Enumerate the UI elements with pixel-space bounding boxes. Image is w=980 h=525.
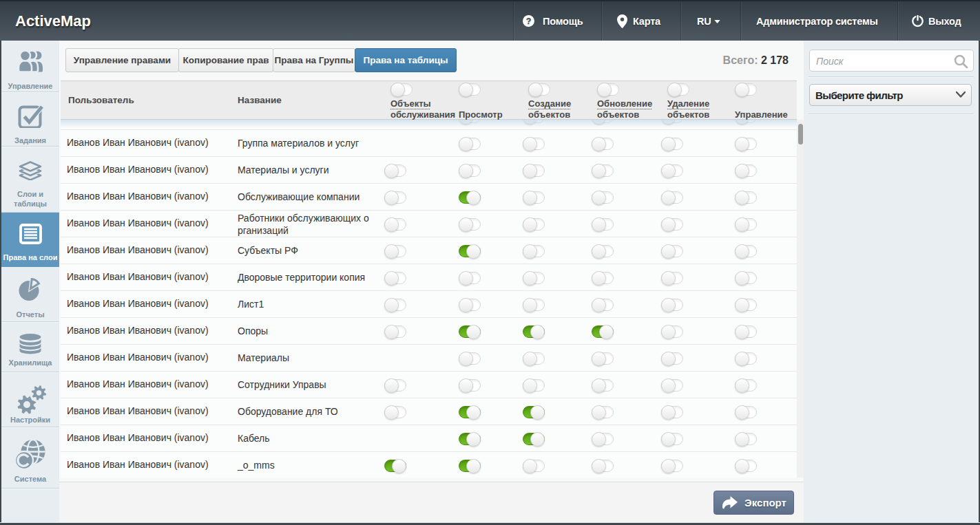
svg-text:?: ?	[526, 17, 531, 26]
